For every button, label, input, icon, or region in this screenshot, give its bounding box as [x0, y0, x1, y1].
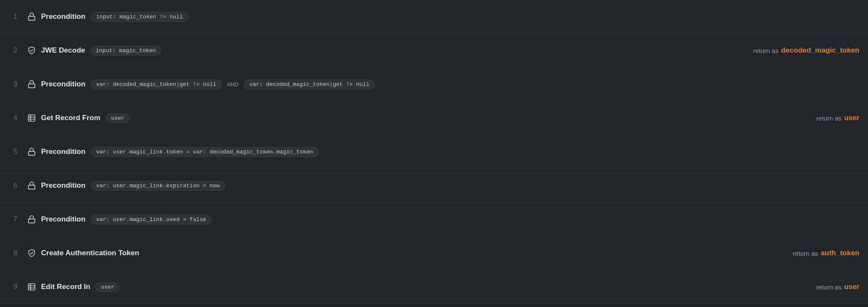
return-label: return as — [816, 115, 841, 122]
step-content: user — [106, 113, 808, 123]
step-list: 1 Preconditioninput: magic_token != null… — [0, 0, 868, 304]
step-content: input: magic_token — [90, 46, 745, 56]
step-return: return as decoded_magic_token — [745, 46, 859, 55]
lock-icon — [27, 148, 36, 156]
step-row[interactable]: 4 Get Record Fromuserreturn as user — [0, 101, 868, 135]
tag: user — [106, 113, 130, 123]
step-row[interactable]: 7 Preconditionvar: user.magic_link.used … — [0, 203, 868, 236]
table-icon — [27, 114, 36, 122]
step-number: 5 — [9, 148, 22, 156]
step-label: Precondition — [41, 12, 86, 21]
step-label: Get Record From — [41, 114, 100, 122]
step-label: JWE Decode — [41, 46, 85, 55]
step-number: 3 — [9, 80, 22, 88]
return-label: return as — [793, 250, 818, 257]
return-value: decoded_magic_token — [781, 46, 859, 55]
svg-rect-2 — [29, 115, 35, 121]
lock-icon — [27, 12, 36, 21]
step-row[interactable]: 3 Preconditionvar: decoded_magic_token|g… — [0, 68, 868, 101]
step-label: Create Authentication Token — [41, 249, 139, 257]
step-row[interactable]: 1 Preconditioninput: magic_token != null — [0, 0, 868, 34]
return-value: user — [844, 114, 859, 122]
step-content: input: magic_token != null — [91, 12, 851, 22]
shield-icon — [27, 46, 36, 55]
lock-icon — [27, 181, 36, 190]
step-content: var: user.magic_link.expiration > now — [91, 181, 851, 191]
and-operator: AND — [227, 81, 239, 88]
step-number: 2 — [9, 47, 22, 54]
step-label: Precondition — [41, 80, 86, 89]
step-number: 6 — [9, 182, 22, 189]
tag: input: magic_token != null — [91, 12, 189, 22]
return-value: auth_token — [821, 249, 859, 257]
tag: var: user.magic_link.token = var: decode… — [91, 147, 319, 157]
tag: var: user.magic_link.used = false — [91, 215, 212, 224]
step-row[interactable]: 2 JWE Decodeinput: magic_tokenreturn as … — [0, 34, 868, 68]
step-number: 9 — [9, 283, 22, 291]
step-label: Edit Record In — [41, 283, 90, 291]
step-content: var: user.magic_link.token = var: decode… — [91, 147, 851, 157]
svg-rect-8 — [29, 219, 35, 223]
step-label: Precondition — [41, 181, 86, 190]
tag: var: user.magic_link.expiration > now — [91, 181, 225, 191]
step-return: return as user — [808, 283, 859, 291]
step-return: return as auth_token — [784, 249, 859, 257]
svg-rect-0 — [29, 16, 35, 20]
tag: user — [95, 282, 120, 292]
step-number: 4 — [9, 114, 22, 122]
tag: var: decoded_magic_token|get != null — [91, 80, 222, 89]
step-content: var: user.magic_link.used = false — [91, 215, 851, 224]
step-number: 7 — [9, 215, 22, 223]
return-label: return as — [753, 47, 779, 54]
svg-rect-1 — [29, 84, 35, 88]
step-label: Precondition — [41, 215, 86, 224]
step-return: return as user — [808, 114, 859, 122]
svg-rect-6 — [29, 151, 35, 155]
lock-icon — [27, 215, 36, 224]
return-label: return as — [816, 283, 841, 291]
step-number: 1 — [9, 13, 22, 21]
step-content: var: decoded_magic_token|get != nullANDv… — [91, 80, 851, 89]
step-row[interactable]: 6 Preconditionvar: user.magic_link.expir… — [0, 169, 868, 203]
step-row[interactable]: 5 Preconditionvar: user.magic_link.token… — [0, 135, 868, 169]
table-icon — [27, 283, 36, 291]
tag: input: magic_token — [90, 46, 161, 56]
step-row[interactable]: 9 Edit Record Inuserreturn as user — [0, 270, 868, 304]
tag: var: decoded_magic_token|get != null — [244, 80, 375, 89]
step-number: 8 — [9, 249, 22, 257]
step-label: Precondition — [41, 148, 86, 156]
return-value: user — [844, 283, 859, 291]
step-row[interactable]: 8 Create Authentication Tokenreturn as a… — [0, 236, 868, 270]
svg-rect-9 — [29, 284, 35, 290]
step-content: user — [95, 282, 808, 292]
svg-rect-7 — [29, 185, 35, 189]
lock-icon — [27, 80, 36, 89]
shield-icon — [27, 249, 36, 257]
